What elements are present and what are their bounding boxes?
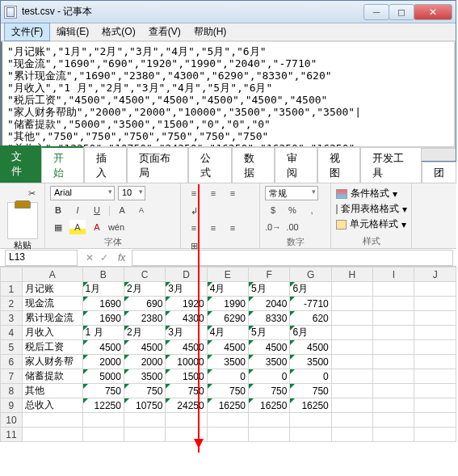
cell[interactable] bbox=[207, 428, 248, 442]
tab-data[interactable]: 数据 bbox=[232, 147, 275, 183]
cond-format-button[interactable]: 条件格式 ▾ bbox=[336, 186, 406, 201]
cell[interactable]: 2月 bbox=[124, 326, 165, 340]
cell[interactable]: 750 bbox=[207, 384, 248, 398]
cell[interactable] bbox=[414, 384, 456, 398]
cell[interactable]: 储蓄提款 bbox=[22, 369, 82, 384]
name-box[interactable]: L13 bbox=[5, 250, 78, 266]
cell[interactable] bbox=[414, 326, 456, 340]
cell[interactable] bbox=[249, 413, 290, 428]
cell[interactable]: 累计现金流 bbox=[22, 311, 82, 326]
cell[interactable] bbox=[331, 384, 372, 398]
align-bot-button[interactable]: ≡ bbox=[225, 186, 241, 200]
cell[interactable]: 1690 bbox=[82, 297, 124, 311]
cell[interactable] bbox=[331, 369, 372, 384]
cell[interactable]: 3月 bbox=[166, 282, 207, 297]
number-format-select[interactable]: 常规 bbox=[265, 186, 318, 200]
cell[interactable]: 总收入 bbox=[22, 398, 82, 413]
cell[interactable]: 16250 bbox=[290, 398, 331, 413]
cell[interactable]: 1 月 bbox=[82, 326, 124, 340]
cell[interactable]: 3500 bbox=[290, 355, 331, 369]
align-center-button[interactable]: ≡ bbox=[205, 221, 221, 235]
cell[interactable]: 10000 bbox=[166, 355, 207, 369]
cell[interactable]: 2040 bbox=[249, 297, 290, 311]
cell[interactable]: 5月 bbox=[249, 282, 290, 297]
cell[interactable] bbox=[373, 282, 414, 297]
bold-button[interactable]: B bbox=[50, 203, 66, 217]
cell[interactable]: 2000 bbox=[82, 355, 124, 369]
col-header[interactable]: H bbox=[331, 267, 372, 282]
cell[interactable] bbox=[331, 428, 372, 442]
cell[interactable] bbox=[290, 428, 331, 442]
row-header[interactable]: 3 bbox=[1, 311, 23, 326]
enter-icon[interactable]: ✓ bbox=[97, 252, 111, 263]
menu-view[interactable]: 查看(V) bbox=[142, 23, 187, 40]
cell[interactable]: 3500 bbox=[124, 369, 165, 384]
close-button[interactable]: ✕ bbox=[414, 4, 452, 20]
row-header[interactable]: 9 bbox=[1, 398, 23, 413]
cell[interactable] bbox=[414, 311, 456, 326]
cell[interactable]: 3500 bbox=[249, 355, 290, 369]
cell[interactable]: 4500 bbox=[166, 340, 207, 355]
cell[interactable]: 690 bbox=[124, 297, 165, 311]
cell[interactable]: 2000 bbox=[124, 355, 165, 369]
minimize-button[interactable]: ─ bbox=[363, 4, 389, 20]
cell[interactable]: 4500 bbox=[290, 340, 331, 355]
cell[interactable] bbox=[207, 413, 248, 428]
cell[interactable]: -7710 bbox=[290, 297, 331, 311]
cell[interactable]: 其他 bbox=[22, 384, 82, 398]
cell[interactable] bbox=[373, 398, 414, 413]
notepad-textarea[interactable]: "月记账","1月","2月","3月","4月","5月","6月" "现金流… bbox=[1, 41, 456, 148]
tab-home[interactable]: 开始 bbox=[41, 146, 84, 183]
cell[interactable] bbox=[373, 428, 414, 442]
cell[interactable] bbox=[414, 413, 456, 428]
spreadsheet-grid[interactable]: ABCDEFGHIJ1月记账1月2月3月4月5月6月2现金流1690690192… bbox=[0, 267, 456, 442]
row-header[interactable]: 5 bbox=[1, 340, 23, 355]
cell[interactable]: 6月 bbox=[290, 326, 331, 340]
tab-insert[interactable]: 插入 bbox=[84, 147, 127, 183]
cell[interactable]: 0 bbox=[249, 369, 290, 384]
align-left-button[interactable]: ≡ bbox=[186, 221, 202, 235]
cell[interactable] bbox=[166, 413, 207, 428]
select-all-corner[interactable] bbox=[1, 267, 23, 282]
cell[interactable]: 4500 bbox=[249, 340, 290, 355]
font-size-select[interactable]: 10 bbox=[118, 186, 145, 200]
cell[interactable] bbox=[331, 297, 372, 311]
cell[interactable] bbox=[124, 428, 165, 442]
cell[interactable]: 4月 bbox=[207, 282, 248, 297]
cell[interactable]: 4500 bbox=[207, 340, 248, 355]
cell[interactable] bbox=[373, 384, 414, 398]
tab-formulas[interactable]: 公式 bbox=[188, 147, 231, 183]
menu-help[interactable]: 帮助(H) bbox=[187, 23, 233, 40]
cell[interactable]: 4500 bbox=[124, 340, 165, 355]
notepad-titlebar[interactable]: test.csv - 记事本 ─ ◻ ✕ bbox=[1, 1, 456, 23]
cell[interactable]: 10750 bbox=[124, 398, 165, 413]
cell[interactable]: 0 bbox=[290, 369, 331, 384]
menu-format[interactable]: 格式(O) bbox=[95, 23, 141, 40]
cell[interactable] bbox=[373, 369, 414, 384]
tab-dev[interactable]: 开发工具 bbox=[360, 147, 422, 183]
cell[interactable] bbox=[373, 311, 414, 326]
cell[interactable]: 月记账 bbox=[22, 282, 82, 297]
row-header[interactable]: 6 bbox=[1, 355, 23, 369]
cell[interactable]: 8330 bbox=[249, 311, 290, 326]
font-shrink-button[interactable]: A bbox=[133, 203, 149, 217]
col-header[interactable]: J bbox=[414, 267, 456, 282]
fx-icon[interactable]: fx bbox=[111, 252, 132, 263]
currency-button[interactable]: $ bbox=[265, 203, 281, 217]
paste-button[interactable] bbox=[7, 202, 38, 239]
tab-review[interactable]: 审阅 bbox=[275, 147, 317, 183]
tab-view[interactable]: 视图 bbox=[317, 147, 360, 183]
cell[interactable]: 16250 bbox=[249, 398, 290, 413]
cell[interactable]: 1690 bbox=[82, 311, 124, 326]
cell[interactable]: 6月 bbox=[290, 282, 331, 297]
menu-edit[interactable]: 编辑(E) bbox=[50, 23, 95, 40]
cell[interactable]: 2月 bbox=[124, 282, 165, 297]
row-header[interactable]: 7 bbox=[1, 369, 23, 384]
tab-more[interactable]: 团 bbox=[422, 162, 456, 183]
cell[interactable] bbox=[331, 340, 372, 355]
cell[interactable]: 750 bbox=[124, 384, 165, 398]
row-header[interactable]: 4 bbox=[1, 326, 23, 340]
cell[interactable] bbox=[331, 311, 372, 326]
cell[interactable] bbox=[414, 398, 456, 413]
cell[interactable] bbox=[22, 413, 82, 428]
